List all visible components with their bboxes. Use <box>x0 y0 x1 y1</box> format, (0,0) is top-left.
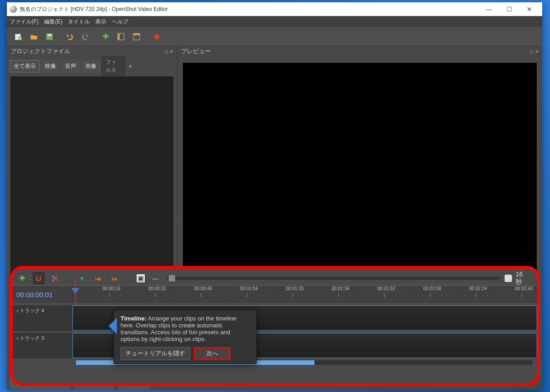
add-track-icon[interactable]: ✚ <box>16 272 28 284</box>
import-files-icon[interactable]: ✚ <box>99 30 112 44</box>
panel-detach-icon[interactable]: ◻ ✕ <box>530 49 539 54</box>
filter-video[interactable]: 映像 <box>41 60 60 72</box>
svg-point-10 <box>52 276 54 278</box>
svg-point-9 <box>52 279 54 282</box>
filter-text-input[interactable]: フィルタ <box>101 56 125 76</box>
svg-rect-3 <box>48 34 51 36</box>
menu-file[interactable]: ファイル(F) <box>10 18 38 26</box>
svg-rect-5 <box>118 33 120 40</box>
menu-view[interactable]: 表示 <box>95 18 106 26</box>
hide-tutorial-button[interactable]: チュートリアルを隠す <box>121 347 190 360</box>
filter-image[interactable]: 画像 <box>81 60 100 72</box>
zoom-seconds-label: 16秒 <box>516 271 529 286</box>
zoom-slider-knob[interactable] <box>169 275 175 282</box>
track-header[interactable]: トラック 3 <box>13 333 72 358</box>
timecode-display[interactable]: 00:00:00:01 <box>13 286 72 303</box>
menu-help[interactable]: ヘルプ <box>112 18 128 26</box>
fullscreen-icon[interactable] <box>130 30 143 44</box>
minimize-button[interactable]: — <box>479 3 499 16</box>
profile-icon[interactable] <box>114 30 128 44</box>
center-playhead-icon[interactable]: ▣ <box>136 274 145 283</box>
panel-detach-icon[interactable]: ◻ ✕ <box>165 49 173 54</box>
new-project-icon[interactable] <box>11 30 25 44</box>
timeline-toolbar: ✚ ▼ ⏮ ⏭ ▣ — 16秒 <box>13 271 537 285</box>
redo-icon[interactable] <box>78 30 92 44</box>
svg-point-8 <box>154 34 160 39</box>
filter-more-icon[interactable]: » <box>129 63 132 69</box>
next-marker-icon[interactable]: ⏭ <box>109 272 121 284</box>
svg-rect-7 <box>133 33 140 35</box>
zoom-out-icon[interactable]: — <box>150 272 162 284</box>
tutorial-arrow-icon <box>100 318 117 334</box>
next-tutorial-button[interactable]: 次へ <box>194 347 231 360</box>
timeline-panel: ✚ ▼ ⏮ ⏭ ▣ — 16秒 00:00:00:01 00:00:1600:0… <box>10 266 540 386</box>
add-marker-icon[interactable]: ▼ <box>76 272 88 284</box>
maximize-button[interactable]: ☐ <box>499 3 519 16</box>
close-button[interactable]: ✕ <box>519 3 539 16</box>
app-icon <box>10 6 17 13</box>
filter-audio[interactable]: 音声 <box>61 60 80 72</box>
undo-icon[interactable] <box>63 30 77 44</box>
filter-tabs: 全て表示 映像 音声 画像 フィルタ » <box>7 59 177 73</box>
menu-title[interactable]: タイトル <box>68 18 90 26</box>
zoom-in-icon[interactable] <box>505 275 512 282</box>
razor-icon[interactable] <box>49 272 61 284</box>
tracks-area: トラック 4 トラック 3 <box>13 304 537 359</box>
zoom-slider[interactable] <box>167 277 500 280</box>
preview-header: プレビュー <box>181 47 211 55</box>
main-toolbar: ✚ <box>7 27 542 46</box>
project-files-header: プロジェクトファイル <box>11 47 70 55</box>
timeline-ruler[interactable]: 00:00:1600:00:3200:00:4800:01:0400:01:20… <box>72 286 537 303</box>
open-project-icon[interactable] <box>27 30 41 44</box>
track-row: トラック 4 <box>13 305 537 331</box>
menu-edit[interactable]: 編集(E) <box>44 18 62 26</box>
tutorial-text: Timeline: Arrange your clips on the time… <box>121 315 250 342</box>
track-row: トラック 3 <box>13 333 537 359</box>
export-icon[interactable] <box>150 30 164 44</box>
menubar: ファイル(F) 編集(E) タイトル 表示 ヘルプ <box>7 16 542 27</box>
window-title: 無名のプロジェクト [HDV 720 24p] - OpenShot Video… <box>20 6 168 13</box>
track-header[interactable]: トラック 4 <box>13 305 72 331</box>
splitter-handle[interactable]: ⋮⋮⋮ <box>176 218 178 231</box>
snap-icon[interactable] <box>33 272 45 284</box>
titlebar[interactable]: 無名のプロジェクト [HDV 720 24p] - OpenShot Video… <box>7 2 542 16</box>
save-project-icon[interactable] <box>43 30 56 44</box>
tutorial-popup: Timeline: Arrange your clips on the time… <box>114 310 257 364</box>
filter-show-all[interactable]: 全て表示 <box>10 60 40 72</box>
prev-marker-icon[interactable]: ⏮ <box>93 272 104 284</box>
